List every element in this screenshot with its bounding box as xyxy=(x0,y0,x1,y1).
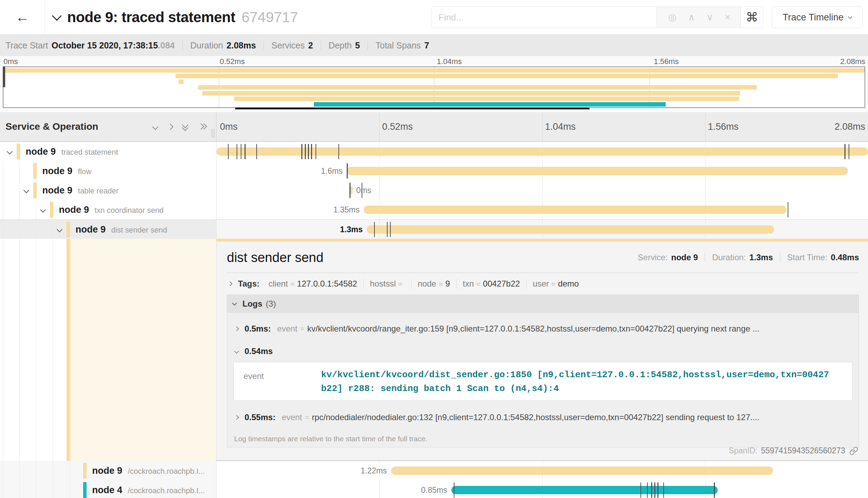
axis-tick-label: 0ms xyxy=(3,57,18,66)
span-id-row: SpanID: 5597415943526560273 xyxy=(729,446,858,455)
log-marker-tick xyxy=(387,222,388,237)
selected-span-tint xyxy=(70,239,216,461)
back-button[interactable]: ← xyxy=(0,0,45,34)
span-duration-bar[interactable] xyxy=(367,225,774,234)
span-timeline-cell[interactable]: 1.22ms xyxy=(216,461,868,480)
service-operation-title: Service & Operation xyxy=(6,121,98,132)
span-duration-bar[interactable] xyxy=(451,486,718,494)
log-marker-tick xyxy=(390,222,391,237)
match-locate-icon[interactable]: ◎ xyxy=(668,12,676,23)
deep-link-icon[interactable] xyxy=(849,446,858,455)
summary-item: Services2 xyxy=(272,40,313,51)
minimap-span-bar xyxy=(198,85,757,90)
chevron-right-icon xyxy=(234,415,239,420)
span-name-cell[interactable]: node 4/cockroach.roachpb.I... xyxy=(0,480,216,498)
log-marker-tick xyxy=(237,144,238,159)
span-name-cell[interactable]: node 9dist sender send xyxy=(0,220,216,239)
span-name-cell[interactable]: node 9traced statement xyxy=(0,142,216,161)
next-match-icon[interactable]: ∨ xyxy=(707,12,714,23)
span-duration-bar[interactable] xyxy=(216,147,868,156)
span-row[interactable]: node 9table reader0ms xyxy=(0,181,868,200)
span-row[interactable]: node 9dist sender send1.3ms xyxy=(0,219,868,239)
prev-match-icon[interactable]: ∧ xyxy=(688,12,695,23)
log-field-key: event xyxy=(234,368,321,396)
span-row[interactable]: node 9txn coordinator send1.35ms xyxy=(0,200,868,219)
gridline xyxy=(379,112,380,141)
collapse-one-icon[interactable] xyxy=(152,124,158,130)
span-duration-bar[interactable] xyxy=(391,467,773,475)
span-duration-bar[interactable] xyxy=(347,167,848,175)
clear-find-icon[interactable]: × xyxy=(725,12,730,23)
span-row[interactable]: node 9flow1.6ms xyxy=(0,161,868,181)
minimap-span-bar xyxy=(179,80,184,84)
minimap-viewport-scrollbar[interactable] xyxy=(235,108,590,109)
tree-guide-line xyxy=(36,461,36,480)
expand-all-icon[interactable] xyxy=(199,123,204,130)
span-detail-header: dist sender send Service:node 9Duration:… xyxy=(227,245,859,270)
span-row[interactable]: node 9/cockroach.roachpb.I...1.22ms xyxy=(0,461,868,480)
span-name-cell[interactable]: node 9flow xyxy=(0,161,216,181)
tree-guide-line xyxy=(69,480,70,498)
span-detail-meta: Service:node 9Duration:1.3msStart Time:0… xyxy=(638,253,859,262)
service-name: node 9/cockroach.roachpb.I... xyxy=(92,461,205,480)
view-selector-button[interactable]: Trace Timeline xyxy=(772,7,862,28)
span-timeline-cell[interactable]: 1.3ms xyxy=(216,220,868,239)
span-timeline-cell[interactable]: 1.35ms xyxy=(216,200,868,219)
minimap-canvas[interactable] xyxy=(3,66,865,108)
log-marker-tick xyxy=(849,144,850,159)
trace-id: 6749717 xyxy=(241,9,298,26)
span-duration-bar[interactable] xyxy=(364,206,787,214)
collapse-span-chevron-icon[interactable] xyxy=(57,227,63,233)
column-resize-handle[interactable] xyxy=(212,129,214,138)
gridline xyxy=(379,480,380,498)
minimap-drag-handle[interactable] xyxy=(3,66,5,87)
tag-value: 127.0.0.1:54582 xyxy=(297,279,357,289)
gridline xyxy=(705,181,706,200)
operation-name: table reader xyxy=(78,187,118,195)
summary-label: Services xyxy=(272,40,305,50)
summary-label: Trace Start xyxy=(6,40,48,50)
collapse-trace-chevron-icon[interactable] xyxy=(52,11,62,20)
log-entry-collapsed[interactable]: 0.5ms:event=kv/kvclient/kvcoord/range_it… xyxy=(233,316,853,342)
log-marker-tick xyxy=(640,482,641,498)
selected-span-color-stripe xyxy=(67,239,70,461)
log-marker-tick xyxy=(338,144,339,159)
divider xyxy=(363,279,364,289)
tree-guide-line xyxy=(3,480,3,498)
keyboard-shortcuts-button[interactable]: ⌘ xyxy=(741,7,763,28)
tree-guide-line xyxy=(36,239,36,461)
collapse-span-chevron-icon[interactable] xyxy=(40,207,46,213)
collapse-span-chevron-icon[interactable] xyxy=(24,188,29,193)
service-color-bar xyxy=(50,202,53,218)
log-entry-expanded-header[interactable]: 0.54ms xyxy=(233,342,853,361)
command-icon: ⌘ xyxy=(746,10,758,25)
tags-row[interactable]: Tags: client=127.0.0.1:54582hostssl=node… xyxy=(227,273,859,295)
divider xyxy=(526,279,526,289)
span-name-cell[interactable]: node 9/cockroach.roachpb.I... xyxy=(0,461,216,480)
span-rows-bottom: node 9/cockroach.roachpb.I...1.22msnode … xyxy=(0,461,868,498)
log-entry-collapsed[interactable]: 0.55ms:event=rpc/nodedialer/nodedialer.g… xyxy=(233,404,853,431)
axis-tick-label: 1.04ms xyxy=(545,121,576,132)
logs-header[interactable]: Logs (3) xyxy=(227,295,859,313)
summary-item: Duration2.08ms xyxy=(191,40,256,51)
tree-guide-line xyxy=(36,480,36,498)
meta-label: Start Time: xyxy=(787,253,827,262)
expand-one-icon[interactable] xyxy=(167,124,173,130)
log-marker-tick xyxy=(663,482,664,498)
collapse-all-icon[interactable] xyxy=(183,123,188,130)
span-row[interactable]: node 9traced statement xyxy=(0,142,868,161)
tree-guide-line xyxy=(53,461,53,480)
span-timeline-cell[interactable]: 0ms xyxy=(216,181,868,200)
tree-guide-line xyxy=(36,220,36,239)
span-row[interactable]: node 4/cockroach.roachpb.I...0.85ms xyxy=(0,480,868,498)
span-name-cell[interactable]: node 9table reader xyxy=(0,181,216,200)
span-duration-label: 1.22ms xyxy=(361,461,387,480)
summary-value: October 15 2020, 17:38:15 xyxy=(52,40,158,50)
find-input[interactable] xyxy=(431,7,656,28)
span-timeline-cell[interactable]: 0.85ms xyxy=(216,480,868,498)
span-timeline-cell[interactable] xyxy=(216,142,868,161)
logs-footer-note: Log timestamps are relative to the start… xyxy=(233,431,853,447)
span-name-cell[interactable]: node 9txn coordinator send xyxy=(0,200,216,219)
collapse-span-chevron-icon[interactable] xyxy=(7,149,13,155)
span-timeline-cell[interactable]: 1.6ms xyxy=(216,161,868,181)
